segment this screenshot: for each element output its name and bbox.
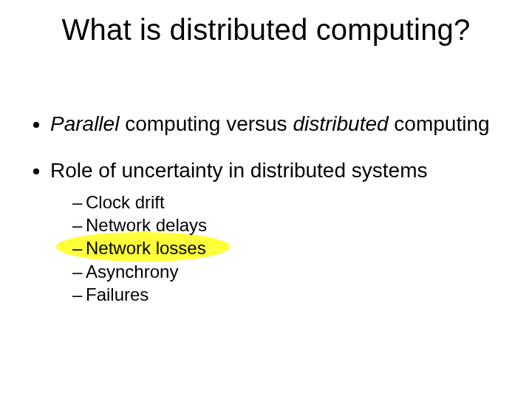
sub-network-losses: –Network losses [72,236,502,259]
bullet-uncertainty: Role of uncertainty in distributed syste… [50,157,502,306]
text-tail: computing [389,112,490,135]
sub-failures: –Failures [72,283,502,306]
word-parallel: Parallel [50,112,119,135]
bullet-uncertainty-text: Role of uncertainty in distributed syste… [50,159,427,182]
word-distributed: distributed [293,112,388,135]
sub-clock-drift: –Clock drift [72,191,502,214]
sub-asynchrony: –Asynchrony [72,260,502,283]
slide-body: Parallel computing versus distributed co… [30,111,502,327]
text-mid: computing versus [119,112,293,135]
slide-title: What is distributed computing? [0,13,532,47]
slide: What is distributed computing? Parallel … [0,0,532,399]
sub-list: –Clock drift –Network delays –Network lo… [50,191,502,306]
sub-network-delays: –Network delays [72,214,502,236]
bullet-parallel-vs-distributed: Parallel computing versus distributed co… [50,111,502,137]
bullet-list: Parallel computing versus distributed co… [30,111,502,306]
